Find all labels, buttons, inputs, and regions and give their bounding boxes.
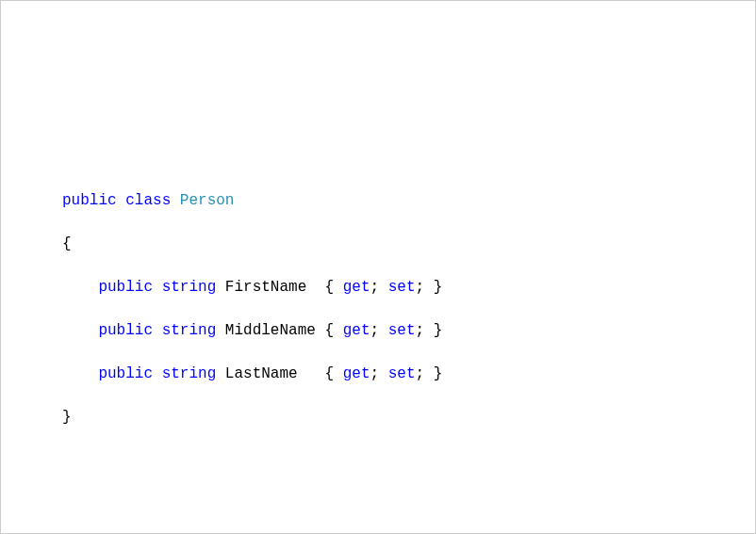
keyword-get: get [343, 365, 370, 382]
keyword-set: set [388, 365, 416, 382]
keyword-get: get [343, 322, 370, 339]
brace-close: } [62, 409, 72, 426]
type-name: Person [180, 192, 235, 209]
code-line-2: { [62, 234, 442, 255]
code-line-5: public string LastName { get; set; } [62, 364, 442, 385]
brace-open: { [62, 235, 72, 252]
keyword-string: string [162, 322, 217, 339]
property-name: FirstName [225, 279, 316, 296]
keyword-public: public [62, 192, 117, 209]
keyword-string: string [162, 279, 217, 296]
code-line-3: public string FirstName { get; set; } [62, 277, 442, 299]
property-name: LastName [225, 365, 316, 382]
keyword-public: public [98, 279, 153, 296]
keyword-set: set [388, 322, 416, 339]
keyword-class: class [125, 192, 171, 209]
code-line-1: public class Person [62, 190, 442, 212]
property-name: MiddleName [225, 322, 316, 339]
keyword-public: public [98, 365, 153, 382]
keyword-get: get [343, 279, 370, 296]
code-line-4: public string MiddleName { get; set; } [62, 320, 442, 342]
code-line-6: } [62, 407, 442, 429]
code-block: public class Person { public string Firs… [62, 169, 442, 450]
keyword-set: set [388, 279, 416, 296]
keyword-string: string [162, 365, 217, 382]
keyword-public: public [98, 322, 153, 339]
